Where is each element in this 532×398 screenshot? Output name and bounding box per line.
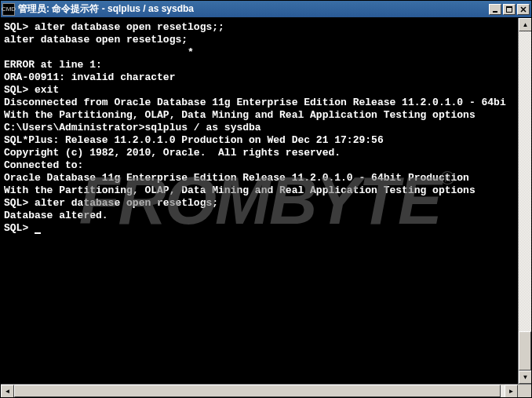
terminal-line: SQL>	[4, 222, 515, 235]
vertical-scrollbar[interactable]: ▲ ▼	[518, 18, 531, 384]
terminal-output[interactable]: SQL> alter database open resetlogs;;alte…	[1, 18, 518, 384]
vertical-scroll-thumb[interactable]	[519, 331, 531, 371]
vertical-scroll-track[interactable]	[519, 31, 531, 371]
horizontal-scroll-track[interactable]	[14, 385, 505, 397]
terminal-line: SQL*Plus: Release 11.2.0.1.0 Production …	[4, 134, 515, 147]
terminal-line: Copyright (c) 1982, 2010, Oracle. All ri…	[4, 147, 515, 159]
cmd-icon: CMD	[2, 3, 15, 16]
terminal-line: alter database open resetlogs;	[4, 34, 515, 46]
horizontal-scrollbar[interactable]: ◄ ►	[1, 384, 531, 397]
terminal-line: *	[4, 46, 515, 59]
svg-rect-0	[493, 11, 497, 13]
terminal-line: Database altered.	[4, 210, 515, 222]
terminal-line: C:\Users\Administrator>sqlplus / as sysd…	[4, 122, 515, 134]
maximize-button[interactable]	[503, 4, 516, 15]
terminal-line: SQL> alter database open resetlogs;	[4, 197, 515, 210]
window-buttons	[489, 4, 530, 15]
console-area: SQL> alter database open resetlogs;;alte…	[1, 18, 531, 384]
scroll-right-button[interactable]: ►	[505, 385, 518, 398]
window-title: 管理员: 命令提示符 - sqlplus / as sysdba	[18, 2, 489, 16]
cursor	[35, 232, 41, 234]
scroll-up-button[interactable]: ▲	[519, 18, 532, 31]
horizontal-scroll-thumb[interactable]	[14, 385, 501, 397]
terminal-line: SQL> alter database open resetlogs;;	[4, 21, 515, 34]
close-button[interactable]	[517, 4, 530, 15]
terminal-line: SQL> exit	[4, 84, 515, 97]
scrollbar-corner	[518, 385, 531, 398]
svg-rect-2	[506, 6, 512, 8]
terminal-line: Disconnected from Oracle Database 11g En…	[4, 97, 515, 109]
terminal-line: With the Partitioning, OLAP, Data Mining…	[4, 109, 515, 122]
scroll-left-button[interactable]: ◄	[1, 385, 14, 398]
terminal-line: With the Partitioning, OLAP, Data Mining…	[4, 184, 515, 197]
terminal-line: Connected to:	[4, 159, 515, 172]
terminal-line: ORA-00911: invalid character	[4, 71, 515, 84]
minimize-button[interactable]	[489, 4, 501, 15]
terminal-line: ERROR at line 1:	[4, 59, 515, 71]
terminal-line: Oracle Database 11g Enterprise Edition R…	[4, 172, 515, 184]
window-titlebar: CMD 管理员: 命令提示符 - sqlplus / as sysdba	[1, 1, 531, 18]
scroll-down-button[interactable]: ▼	[519, 371, 532, 384]
